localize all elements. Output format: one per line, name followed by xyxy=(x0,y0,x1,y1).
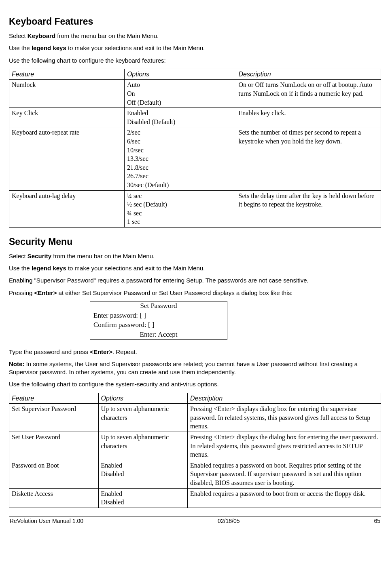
cell-options: ¼ sec½ sec (Default)¾ sec1 sec xyxy=(124,190,236,227)
cell-options: 2/sec6/sec10/sec13.3/sec21.8/sec26.7/sec… xyxy=(124,127,236,190)
table-row: Keyboard auto-lag delay ¼ sec½ sec (Defa… xyxy=(9,190,381,227)
cell-feature: Diskette Access xyxy=(9,488,99,508)
bold-text: <Enter> xyxy=(34,289,57,296)
paragraph: Use the legend keys to make your selecti… xyxy=(9,264,381,272)
paragraph: Enabling "Supervisor Password" requires … xyxy=(9,276,381,285)
bold-text: Keyboard xyxy=(28,32,55,39)
note-text: In some systems, the User and Supervisor… xyxy=(9,360,358,375)
cell-feature: Key Click xyxy=(9,108,125,127)
cell-options: AutoOnOff (Default) xyxy=(124,80,236,108)
table-row: Numlock AutoOnOff (Default) On or Off tu… xyxy=(9,80,381,108)
cell-feature: Keyboard auto-repeat rate xyxy=(9,127,125,190)
cell-description: Sets the delay time after the key is hel… xyxy=(236,190,381,227)
col-options: Options xyxy=(98,393,188,404)
cell-options: Up to seven alphanumeric characters xyxy=(98,404,188,432)
table-row: Set User Password Up to seven alphanumer… xyxy=(9,432,381,460)
paragraph: Type the password and press <Enter>. Rep… xyxy=(9,348,381,356)
paragraph: Select Security from the menu bar on the… xyxy=(9,252,381,260)
page-footer: ReVolution User Manual 1.00 02/18/05 65 xyxy=(9,517,381,525)
heading-keyboard-features: Keyboard Features xyxy=(9,15,381,28)
dialog-confirm-password: Confirm password: [ ] xyxy=(90,320,227,330)
cell-feature: Set Supervisor Password xyxy=(9,404,99,432)
cell-feature: Keyboard auto-lag delay xyxy=(9,190,125,227)
table-row: Password on Boot EnabledDisabled Enabled… xyxy=(9,460,381,488)
text: Select xyxy=(9,253,28,259)
dialog-enter-password: Enter password: [ ] xyxy=(90,311,227,320)
paragraph: Select Keyboard from the menu bar on the… xyxy=(9,32,381,40)
paragraph: Use the following chart to configure the… xyxy=(9,380,381,388)
text: at either Set Supervisor Password or Set… xyxy=(57,289,292,296)
cell-description: Sets the number of times per second to r… xyxy=(236,127,381,190)
cell-options: Up to seven alphanumeric characters xyxy=(98,432,188,460)
text: to make your selections and exit to the … xyxy=(66,44,205,51)
text: Select xyxy=(9,32,28,39)
cell-description: On or Off turns NumLock on or off at boo… xyxy=(236,80,381,108)
security-options-table: Feature Options Description Set Supervis… xyxy=(9,393,381,508)
table-row: Set Supervisor Password Up to seven alph… xyxy=(9,404,381,432)
paragraph: Use the legend keys to make your selecti… xyxy=(9,44,381,52)
text: Type the password and press xyxy=(9,348,90,355)
text: Use the xyxy=(9,265,32,272)
table-row: Diskette Access EnabledDisabled Enabled … xyxy=(9,488,381,508)
cell-feature: Set User Password xyxy=(9,432,99,460)
bold-text: legend keys xyxy=(32,265,66,272)
footer-left: ReVolution User Manual 1.00 xyxy=(10,517,83,525)
text: Use the xyxy=(9,44,32,51)
cell-feature: Password on Boot xyxy=(9,460,99,488)
cell-feature: Numlock xyxy=(9,80,125,108)
col-feature: Feature xyxy=(9,393,99,404)
set-password-dialog: Set Password Enter password: [ ] Confirm… xyxy=(90,301,227,340)
cell-description: Enables key click. xyxy=(236,108,381,127)
cell-description: Pressing <Enter> displays dialog box for… xyxy=(188,404,381,432)
col-description: Description xyxy=(188,393,381,404)
cell-options: EnabledDisabled (Default) xyxy=(124,108,236,127)
table-row: Key Click EnabledDisabled (Default) Enab… xyxy=(9,108,381,127)
note-label: Note: xyxy=(9,360,24,367)
bold-text: legend keys xyxy=(32,44,66,51)
dialog-title: Set Password xyxy=(90,301,227,311)
text: Pressing xyxy=(9,289,34,296)
text: to make your selections and exit to the … xyxy=(66,265,205,272)
text: from the menu bar on the Main Menu. xyxy=(51,253,155,259)
note-paragraph: Note: In some systems, the User and Supe… xyxy=(9,360,381,377)
bold-text: Security xyxy=(28,253,51,259)
keyboard-features-table: Feature Options Description Numlock Auto… xyxy=(9,69,381,228)
cell-options: EnabledDisabled xyxy=(98,488,188,508)
cell-description: Enabled requires a password to boot from… xyxy=(188,488,381,508)
dialog-accept: Enter: Accept xyxy=(90,330,227,339)
col-options: Options xyxy=(124,69,236,80)
text: from the menu bar on the Main Menu. xyxy=(55,32,159,39)
paragraph: Pressing <Enter> at either Set Superviso… xyxy=(9,289,381,297)
col-description: Description xyxy=(236,69,381,80)
text: . Repeat. xyxy=(112,348,137,355)
footer-right: 65 xyxy=(374,517,380,525)
cell-description: Enabled requires a password on boot. Req… xyxy=(188,460,381,488)
table-header-row: Feature Options Description xyxy=(9,393,381,404)
footer-center: 02/18/05 xyxy=(218,517,240,525)
bold-text: <Enter> xyxy=(90,348,112,355)
cell-options: EnabledDisabled xyxy=(98,460,188,488)
paragraph: Use the following chart to configure the… xyxy=(9,57,381,65)
col-feature: Feature xyxy=(9,69,125,80)
table-row: Keyboard auto-repeat rate 2/sec6/sec10/s… xyxy=(9,127,381,190)
heading-security-menu: Security Menu xyxy=(9,236,381,248)
footer-rule xyxy=(9,516,381,516)
cell-description: Pressing <Enter> displays the dialog box… xyxy=(188,432,381,460)
table-header-row: Feature Options Description xyxy=(9,69,381,80)
